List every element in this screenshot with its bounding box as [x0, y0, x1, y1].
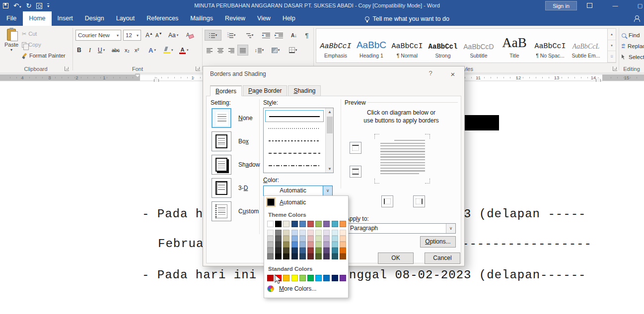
theme-color-variant-swatch[interactable]	[299, 248, 306, 253]
theme-color-variant-swatch[interactable]	[267, 253, 274, 259]
align-left-button[interactable]	[205, 45, 215, 56]
theme-color-variant-swatch[interactable]	[283, 230, 289, 236]
gallery-scroll-up-icon[interactable]: ▴	[608, 29, 616, 40]
cancel-button[interactable]: Cancel	[425, 252, 460, 264]
highlight-color-button[interactable]	[162, 45, 175, 56]
styles-dialog-launcher-icon[interactable]	[613, 66, 617, 71]
undo-icon[interactable]: ↶	[13, 2, 21, 9]
dialog-tab-borders[interactable]: Borders	[210, 85, 242, 96]
dialog-help-button[interactable]: ?	[425, 69, 436, 77]
show-hide-marks-button[interactable]: ¶	[302, 30, 312, 41]
clear-formatting-button[interactable]: A	[185, 30, 195, 41]
theme-color-variant-swatch[interactable]	[332, 248, 338, 253]
theme-color-variant-swatch[interactable]	[291, 242, 298, 248]
theme-color-variant-swatch[interactable]	[323, 253, 330, 259]
theme-color-variant-swatch[interactable]	[332, 230, 338, 236]
theme-color-variant-swatch[interactable]	[315, 230, 322, 236]
align-right-button[interactable]	[226, 45, 236, 56]
theme-color-swatch[interactable]	[283, 221, 289, 227]
standard-color-swatch[interactable]	[291, 275, 298, 281]
clipboard-dialog-launcher-icon[interactable]	[65, 66, 69, 71]
theme-color-swatch[interactable]	[307, 221, 314, 227]
theme-color-variant-swatch[interactable]	[323, 242, 330, 248]
tab-home[interactable]: Home	[23, 11, 51, 26]
bold-button[interactable]: B	[75, 45, 83, 56]
theme-color-swatch[interactable]	[291, 221, 298, 227]
theme-color-variant-swatch[interactable]	[323, 236, 330, 242]
standard-color-swatch[interactable]	[323, 275, 330, 281]
standard-color-swatch[interactable]	[315, 275, 322, 281]
increase-indent-button[interactable]	[273, 30, 285, 41]
paste-button[interactable]: Paste	[2, 28, 21, 63]
style-strong[interactable]: AaBbCclStrong	[426, 30, 460, 62]
options-button[interactable]: Options...	[420, 236, 456, 248]
dialog-tab-shading[interactable]: Shading	[288, 85, 321, 96]
theme-color-swatch[interactable]	[267, 221, 274, 227]
theme-color-variant-swatch[interactable]	[307, 236, 314, 242]
gallery-more-icon[interactable]: ⍗	[608, 51, 616, 63]
theme-color-variant-swatch[interactable]	[267, 230, 274, 236]
strikethrough-button[interactable]: abc	[110, 45, 121, 56]
theme-color-swatch[interactable]	[299, 221, 306, 227]
theme-color-variant-swatch[interactable]	[291, 253, 298, 259]
style-subtle-em[interactable]: AaBbCcLSubtle Em...	[569, 30, 603, 62]
theme-color-variant-swatch[interactable]	[291, 230, 298, 236]
redo-icon[interactable]: ↻	[26, 2, 31, 9]
theme-color-variant-swatch[interactable]	[315, 242, 322, 248]
theme-color-variant-swatch[interactable]	[340, 248, 346, 253]
borders-button[interactable]: ▾	[286, 45, 300, 56]
theme-color-swatch[interactable]	[323, 221, 330, 227]
more-colors-item[interactable]: More Colors...	[264, 285, 348, 292]
customize-toolbar-icon[interactable]: ▾	[47, 3, 49, 8]
border-style-solid[interactable]	[265, 110, 324, 122]
dialog-close-icon[interactable]: ×	[444, 68, 461, 80]
standard-color-swatch[interactable]	[283, 275, 289, 281]
sort-button[interactable]: A↓	[288, 30, 300, 41]
automatic-color-item[interactable]: Automatic	[264, 198, 348, 206]
tab-insert[interactable]: Insert	[52, 11, 79, 26]
tell-me-box[interactable]: Tell me what you want to do	[365, 11, 449, 26]
justify-button[interactable]	[237, 45, 248, 56]
shrink-font-button[interactable]: A▼	[154, 30, 164, 41]
theme-color-variant-swatch[interactable]	[267, 236, 274, 242]
ok-button[interactable]: OK	[378, 252, 414, 264]
theme-color-variant-swatch[interactable]	[340, 236, 346, 242]
theme-color-swatch[interactable]	[332, 221, 338, 227]
border-style-dotted[interactable]	[265, 123, 324, 134]
theme-color-variant-swatch[interactable]	[299, 230, 306, 236]
setting-custom-button[interactable]	[212, 201, 231, 221]
theme-color-variant-swatch[interactable]	[307, 230, 314, 236]
theme-color-variant-swatch[interactable]	[315, 236, 322, 242]
italic-button[interactable]: I	[87, 45, 92, 56]
format-painter-button[interactable]: Format Painter	[22, 52, 66, 60]
theme-color-variant-swatch[interactable]	[299, 236, 306, 242]
text-effects-button[interactable]: A	[147, 45, 157, 56]
theme-color-variant-swatch[interactable]	[267, 242, 274, 248]
find-button[interactable]: Find	[622, 31, 640, 40]
minimize-icon[interactable]: —	[608, 0, 623, 11]
style-heading-1[interactable]: AaBbCHeading 1	[354, 30, 389, 62]
theme-color-variant-swatch[interactable]	[275, 253, 282, 259]
underline-button[interactable]: U	[96, 45, 106, 56]
theme-color-variant-swatch[interactable]	[291, 236, 298, 242]
theme-color-variant-swatch[interactable]	[275, 230, 282, 236]
style-no-spac[interactable]: AaBbCcI¶ No Spac...	[533, 30, 568, 62]
copy-button[interactable]: Copy	[22, 41, 41, 49]
border-style-dash[interactable]	[265, 147, 324, 159]
setting-none-button[interactable]	[212, 108, 231, 128]
dialog-tab-page-border[interactable]: Page Border	[243, 85, 287, 96]
bullets-button[interactable]: ▾	[205, 30, 221, 41]
sign-in-button[interactable]: Sign in	[545, 1, 577, 10]
scroll-down-icon[interactable]: ▼	[326, 165, 334, 173]
preview-left-border-button[interactable]	[381, 195, 393, 207]
preview-horizontal-border-button[interactable]	[350, 166, 361, 178]
decrease-indent-button[interactable]	[260, 30, 272, 41]
ribbon-display-options-icon[interactable]	[582, 0, 597, 11]
theme-color-variant-swatch[interactable]	[275, 236, 282, 242]
preview-diagram[interactable]	[374, 134, 430, 184]
shading-button[interactable]: ▾	[269, 45, 282, 56]
setting-box-button[interactable]	[212, 131, 231, 151]
tab-view[interactable]: View	[251, 11, 277, 26]
setting-shadow-button[interactable]	[212, 155, 231, 175]
theme-color-variant-swatch[interactable]	[299, 242, 306, 248]
